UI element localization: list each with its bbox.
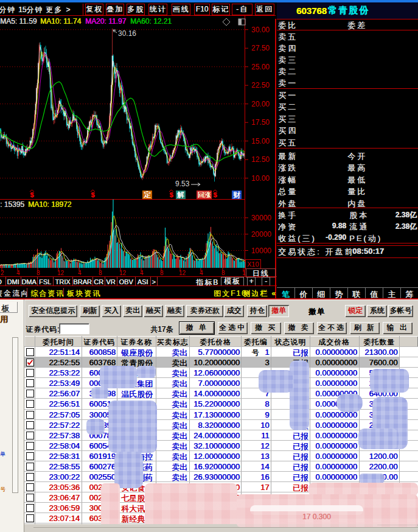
svg-text:4: 4 — [200, 270, 203, 276]
svg-text:12.50: 12.50 — [251, 155, 270, 164]
svg-text:22.50: 22.50 — [251, 81, 270, 89]
svg-text:15.00: 15.00 — [251, 137, 270, 145]
svg-text:30.00: 30.00 — [251, 26, 270, 34]
svg-text:8: 8 — [99, 270, 102, 276]
svg-text:12: 12 — [179, 270, 186, 276]
svg-text:8: 8 — [37, 270, 40, 276]
svg-text:2: 2 — [1, 270, 4, 276]
svg-text:12: 12 — [119, 270, 127, 276]
svg-text:30.16: 30.16 — [118, 29, 136, 38]
svg-text:8: 8 — [160, 270, 164, 276]
svg-text:10.00: 10.00 — [251, 174, 270, 183]
svg-text:27.50: 27.50 — [251, 44, 270, 52]
svg-text:10000: 10000 — [251, 247, 272, 255]
svg-text:4: 4 — [16, 270, 20, 276]
svg-text:25.00: 25.00 — [251, 63, 270, 71]
svg-text:9.53: 9.53 — [175, 180, 190, 188]
svg-text:30000: 30000 — [251, 214, 272, 222]
svg-text:17.50: 17.50 — [251, 118, 270, 127]
svg-text:12: 12 — [57, 270, 64, 276]
svg-text:4: 4 — [78, 270, 82, 276]
svg-text:4: 4 — [140, 270, 144, 276]
svg-text:20.00: 20.00 — [251, 100, 270, 108]
svg-text:8: 8 — [221, 270, 225, 276]
svg-text:X10: X10 — [247, 261, 259, 268]
svg-text:20000: 20000 — [251, 230, 272, 239]
